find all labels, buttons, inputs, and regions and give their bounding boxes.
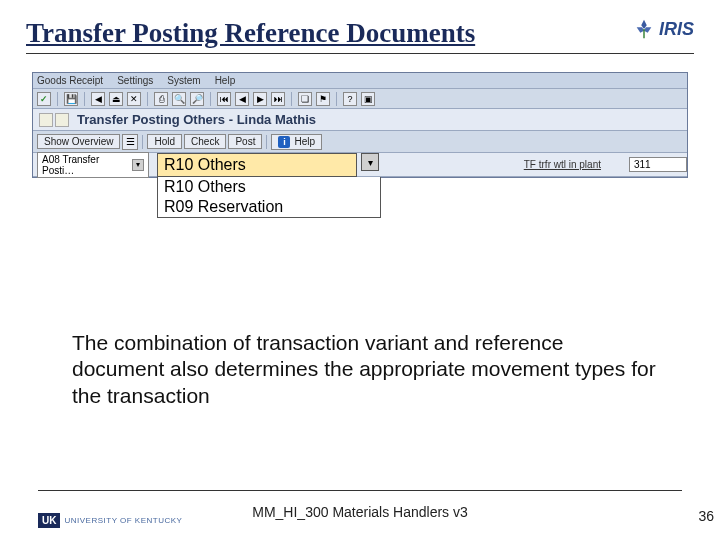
dropdown-button-icon[interactable]: ▾ [361,153,379,171]
shortcut-icon[interactable]: ⚑ [316,92,330,106]
page-title: Transfer Posting Reference Documents [26,18,475,49]
app-toolbar: Show Overview ☰ Hold Check Post i Help [33,131,687,153]
hold-button[interactable]: Hold [147,134,182,149]
save-icon[interactable]: 💾 [64,92,78,106]
sap-screenshot: Goods Receipt Settings System Help ✓ 💾 ◀… [32,72,688,178]
uk-logo: UK UNIVERSITY OF KENTUCKY [38,513,182,528]
window-title: Transfer Posting Others - Linda Mathis [77,112,316,127]
doc-icon[interactable] [39,113,53,127]
doc2-icon[interactable] [55,113,69,127]
iris-flower-icon [633,18,655,40]
prev-page-icon[interactable]: ◀ [235,92,249,106]
uk-logo-abbr: UK [38,513,60,528]
back-icon[interactable]: ◀ [91,92,105,106]
movement-type-field[interactable]: 311 [629,157,687,172]
find-icon[interactable]: 🔍 [172,92,186,106]
check-button[interactable]: Check [184,134,226,149]
menu-settings[interactable]: Settings [117,75,153,86]
field-row: A08 Transfer Posti… ▾ R10 Others ▾ R10 O… [33,153,687,177]
show-overview-button[interactable]: Show Overview [37,134,120,149]
chevron-down-icon: ▾ [132,159,144,171]
body-paragraph: The combination of transaction variant a… [72,330,660,409]
list-item[interactable]: R09 Reservation [158,197,380,217]
print-icon[interactable]: ⎙ [154,92,168,106]
cancel-icon[interactable]: ✕ [127,92,141,106]
footer-label: MM_HI_300 Materials Handlers v3 [252,504,468,520]
uk-logo-text: UNIVERSITY OF KENTUCKY [64,516,182,525]
layout-icon[interactable]: ▣ [361,92,375,106]
collapse-icon[interactable]: ☰ [122,134,138,150]
standard-toolbar: ✓ 💾 ◀ ⏏ ✕ ⎙ 🔍 🔎 ⏮ ◀ ▶ ⏭ ❏ ⚑ ? [33,89,687,109]
new-session-icon[interactable]: ❏ [298,92,312,106]
iris-logo-text: IRIS [659,19,694,40]
first-page-icon[interactable]: ⏮ [217,92,231,106]
reference-doc-value: R10 Others [164,156,246,174]
iris-logo: IRIS [633,18,694,40]
menu-system[interactable]: System [167,75,200,86]
reference-doc-combo[interactable]: R10 Others [157,153,357,177]
combo1-value: A08 Transfer Posti… [42,154,132,176]
post-button[interactable]: Post [228,134,262,149]
help-button[interactable]: i Help [271,134,322,150]
help-label: Help [294,136,315,147]
window-title-bar: Transfer Posting Others - Linda Mathis [33,109,687,131]
list-item[interactable]: R10 Others [158,177,380,197]
movement-type-label: TF trfr wtl in plant [524,159,601,170]
menubar: Goods Receipt Settings System Help [33,73,687,89]
transaction-variant-combo[interactable]: A08 Transfer Posti… ▾ [37,152,149,178]
menu-goods-receipt[interactable]: Goods Receipt [37,75,103,86]
exit-icon[interactable]: ⏏ [109,92,123,106]
enter-icon[interactable]: ✓ [37,92,51,106]
page-number: 36 [698,508,714,524]
help-icon[interactable]: ? [343,92,357,106]
menu-help[interactable]: Help [215,75,236,86]
info-icon: i [278,136,290,148]
find-next-icon[interactable]: 🔎 [190,92,204,106]
reference-doc-list: R10 Others R09 Reservation [157,177,381,218]
last-page-icon[interactable]: ⏭ [271,92,285,106]
next-page-icon[interactable]: ▶ [253,92,267,106]
